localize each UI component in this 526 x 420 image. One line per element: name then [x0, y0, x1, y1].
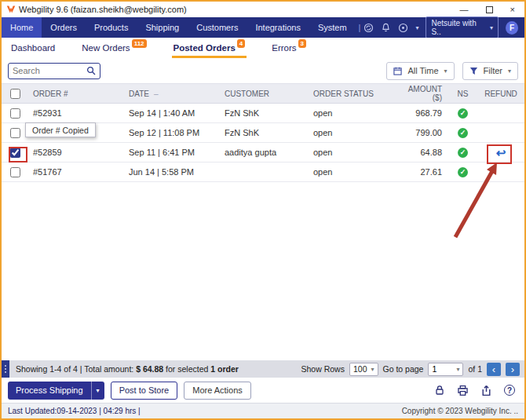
ns-cell: ✓ [445, 108, 480, 119]
menu-item-system[interactable]: System [309, 17, 356, 38]
column-header-refund[interactable]: REFUND [480, 89, 521, 98]
time-range-value: All Time [407, 66, 438, 75]
post-to-store-button[interactable]: Post to Store [111, 382, 178, 400]
table-row[interactable]: #52859 Sep 11 | 6:41 PM aaditya gupta op… [2, 143, 524, 163]
chevron-down-icon: ▾ [456, 366, 459, 373]
goto-page-input[interactable] [432, 363, 452, 375]
column-header-order[interactable]: ORDER # [28, 89, 124, 98]
ns-cell: ✓ [445, 127, 480, 138]
menu-item-shipping[interactable]: Shipping [137, 17, 188, 38]
column-header-ns[interactable]: NS [445, 89, 480, 98]
help-icon[interactable]: ? [504, 385, 515, 396]
menu-item-customers[interactable]: Customers [188, 17, 247, 38]
column-header-status[interactable]: ORDER STATUS [309, 89, 398, 98]
column-header-amount[interactable]: AMOUNT ($) [398, 85, 445, 102]
maximize-icon[interactable] [486, 6, 493, 13]
tab-bar: Dashboard New Orders 112 Posted Orders 4… [2, 38, 524, 58]
copyright-text: Copyright © 2023 Webgility Inc. .. [402, 407, 518, 415]
row-checkbox-cell [2, 167, 28, 177]
goto-page-label: Go to page [383, 364, 424, 374]
filter-dropdown[interactable]: Filter ▾ [462, 62, 518, 80]
sort-indicator: – [154, 89, 159, 98]
last-updated-text: Last Updated:09-14-2023 | 04:29 hrs | [8, 407, 141, 415]
minimize-icon[interactable]: — [460, 5, 469, 14]
process-shipping-label: Process Shipping [8, 382, 91, 400]
tab-errors[interactable]: Errors 3 [270, 38, 308, 58]
tab-dashboard-label: Dashboard [11, 43, 55, 53]
print-icon[interactable] [457, 385, 469, 396]
pagination-bar: Showing 1-4 of 4 | Total amount: $ 64.88… [2, 360, 524, 378]
tab-errors-label: Errors [272, 43, 296, 53]
store-selector-label: Netsuite with S.. [431, 19, 484, 36]
ns-success-icon: ✓ [458, 167, 468, 177]
search-input[interactable] [13, 66, 86, 75]
column-header-date-label: DATE [129, 89, 149, 98]
tab-dashboard[interactable]: Dashboard [9, 38, 57, 58]
table-row[interactable]: #52931 Sep 14 | 1:40 AM FzN ShK open 968… [2, 104, 524, 123]
customer-cell: FzN ShK [220, 108, 309, 118]
column-header-customer[interactable]: CUSTOMER [220, 89, 309, 98]
process-shipping-button[interactable]: Process Shipping ▾ [8, 382, 104, 400]
search-box [8, 63, 100, 79]
ns-cell: ✓ [445, 166, 480, 177]
amount-cell: 64.88 [398, 148, 445, 157]
toolbar: All Time ▾ Filter ▾ [2, 58, 524, 83]
chevron-down-icon: ▾ [444, 68, 447, 75]
errors-badge: 3 [298, 39, 306, 48]
target-icon[interactable] [398, 23, 408, 33]
close-icon[interactable]: × [510, 5, 515, 14]
menu-item-home[interactable]: Home [2, 17, 42, 38]
more-actions-button[interactable]: More Actions [184, 382, 251, 400]
sync-icon[interactable] [363, 23, 374, 33]
chevron-down-icon[interactable]: ▾ [91, 382, 104, 400]
next-page-button[interactable]: › [506, 363, 520, 376]
time-range-dropdown[interactable]: All Time ▾ [386, 62, 454, 80]
toolbar-right: All Time ▾ Filter ▾ [386, 62, 518, 80]
table-header: ORDER # DATE– CUSTOMER ORDER STATUS AMOU… [2, 83, 524, 104]
ns-success-icon: ✓ [458, 148, 468, 158]
calendar-icon [393, 67, 402, 75]
menu-bar: Home Orders Products Shipping Customers … [2, 17, 524, 38]
show-rows-label: Show Rows [301, 364, 345, 374]
status-cell: open [309, 167, 398, 177]
notifications-bell-icon[interactable] [381, 23, 391, 33]
row-checkbox-cell [2, 148, 28, 158]
table-row[interactable]: #51767 Jun 14 | 5:58 PM open 27.61 ✓ [2, 163, 524, 182]
tab-new-orders[interactable]: New Orders 112 [80, 38, 148, 58]
refund-icon[interactable]: ↩ [496, 147, 506, 159]
search-icon[interactable] [86, 66, 96, 75]
menu-item-orders[interactable]: Orders [42, 17, 86, 38]
tab-posted-orders[interactable]: Posted Orders 4 [172, 38, 247, 58]
row-checkbox[interactable] [10, 128, 20, 138]
select-all-checkbox[interactable] [10, 89, 20, 99]
export-icon[interactable] [480, 385, 492, 396]
show-rows-select[interactable]: 100 ▾ [349, 363, 378, 376]
row-checkbox[interactable] [10, 167, 20, 177]
menu-item-products[interactable]: Products [86, 17, 137, 38]
avatar[interactable]: F [506, 21, 518, 35]
row-checkbox-cell [2, 128, 28, 138]
customer-cell: aaditya gupta [220, 148, 309, 157]
title-bar: Webgility 9.6 (faizan.sheikh@webgility.c… [2, 2, 524, 17]
previous-page-button[interactable]: ‹ [487, 363, 501, 376]
row-checkbox[interactable] [10, 148, 20, 158]
filter-label: Filter [484, 66, 502, 75]
store-selector[interactable]: Netsuite with S.. ▾ [426, 16, 499, 38]
row-checkbox[interactable] [10, 108, 20, 119]
drag-grip[interactable] [2, 360, 9, 378]
column-header-date[interactable]: DATE– [124, 89, 220, 98]
window-title: Webgility 9.6 (faizan.sheikh@webgility.c… [19, 5, 187, 14]
tab-posted-orders-label: Posted Orders [174, 43, 236, 53]
order-cell: #51767 [28, 167, 124, 177]
menu-item-integrations[interactable]: Integrations [247, 17, 309, 38]
status-cell: open [309, 128, 398, 137]
select-all-checkbox-cell [2, 89, 28, 99]
lock-icon[interactable] [434, 385, 445, 396]
date-cell: Sep 12 | 11:08 PM [124, 128, 220, 137]
icons-caret[interactable]: ▾ [415, 24, 418, 31]
status-cell: open [309, 148, 398, 157]
copied-tooltip: Order # Copied [25, 122, 96, 137]
summary-count: 1 order [210, 364, 239, 374]
help-icon-glyph: ? [504, 385, 515, 396]
results-summary: Showing 1-4 of 4 | Total amount: $ 64.88… [16, 364, 239, 374]
